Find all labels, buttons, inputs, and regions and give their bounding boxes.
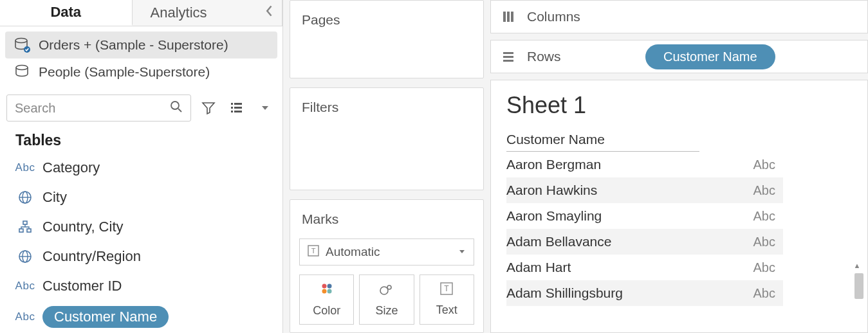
abc-mark: Abc	[753, 235, 775, 249]
view-list-icon[interactable]	[226, 97, 248, 119]
tab-analytics[interactable]: Analytics	[133, 0, 283, 26]
abc-mark: Abc	[753, 260, 775, 275]
svg-point-22	[322, 284, 326, 289]
row-value: Adam Shillingsburg	[506, 285, 623, 301]
marks-color-label: Color	[313, 304, 340, 318]
svg-rect-31	[507, 12, 510, 22]
marks-label: Marks	[290, 200, 483, 239]
fields-list: Abc Category City Country, City Country	[0, 153, 282, 333]
rows-pill-customer-name[interactable]: Customer Name	[645, 44, 775, 69]
marks-color[interactable]: Color	[299, 274, 354, 325]
marks-text[interactable]: T Text	[420, 274, 474, 325]
filters-card[interactable]: Filters	[290, 87, 484, 190]
table-column-header: Customer Name	[506, 129, 699, 152]
columns-label: Columns	[527, 9, 636, 24]
marks-card: Marks T Automatic	[290, 199, 484, 333]
size-icon	[379, 282, 394, 299]
scrollbar-thumb[interactable]	[854, 273, 863, 299]
svg-rect-16	[27, 229, 31, 232]
table-row[interactable]: Aaron Hawkins Abc	[506, 177, 783, 203]
table-row[interactable]: Adam Hart Abc	[506, 255, 783, 280]
abc-mark: Abc	[753, 286, 775, 301]
abc-mark: Abc	[753, 209, 775, 224]
globe-icon	[15, 190, 35, 204]
globe-icon	[15, 249, 35, 264]
svg-rect-14	[23, 221, 27, 224]
filters-label: Filters	[290, 88, 483, 127]
field-label: Country, City	[42, 217, 124, 237]
text-icon: T	[440, 282, 453, 298]
database-icon	[14, 64, 31, 80]
field-label: Category	[42, 158, 100, 177]
svg-point-24	[322, 289, 326, 294]
svg-rect-5	[231, 103, 233, 105]
svg-rect-30	[503, 12, 506, 22]
sheet-title: Sheet 1	[506, 92, 867, 119]
rows-icon	[501, 50, 518, 64]
field-category[interactable]: Abc Category	[0, 153, 275, 183]
cards-column: Pages Filters Marks T Automatic	[283, 0, 490, 333]
filter-icon[interactable]	[198, 97, 219, 119]
search-input[interactable]: Search	[6, 94, 191, 122]
marks-text-label: Text	[436, 303, 457, 317]
hierarchy-icon	[15, 220, 35, 234]
color-icon	[320, 282, 334, 299]
table-row[interactable]: Aaron Bergman Abc	[506, 152, 783, 177]
datasource-list: Orders + (Sample - Superstore) People (S…	[0, 26, 282, 91]
scroll-up-icon[interactable]: ▲	[852, 260, 862, 271]
tab-analytics-label: Analytics	[151, 4, 207, 21]
columns-icon	[501, 10, 518, 24]
pages-card[interactable]: Pages	[290, 0, 484, 78]
marks-size[interactable]: Size	[359, 274, 414, 325]
datasource-people[interactable]: People (Sample-Superstore)	[0, 59, 282, 86]
tab-data-label: Data	[50, 4, 81, 21]
field-city[interactable]: City	[0, 183, 275, 212]
svg-rect-9	[231, 111, 233, 113]
svg-text:T: T	[311, 247, 316, 255]
svg-point-25	[327, 289, 331, 294]
text-mark-icon: T	[308, 245, 319, 260]
abc-mark: Abc	[753, 183, 775, 198]
rows-shelf[interactable]: Rows Customer Name	[490, 40, 868, 73]
table-row[interactable]: Adam Bellavance Abc	[506, 229, 783, 255]
data-pane: Data Analytics Orders +	[0, 0, 283, 333]
table-row[interactable]: Aaron Smayling Abc	[506, 203, 783, 229]
svg-text:T: T	[445, 284, 450, 293]
abc-icon: Abc	[15, 280, 35, 292]
svg-rect-35	[503, 60, 513, 62]
field-country-region[interactable]: Country/Region	[0, 242, 275, 271]
row-value: Aaron Smayling	[506, 208, 602, 224]
svg-point-3	[171, 102, 179, 109]
abc-icon: Abc	[15, 310, 35, 323]
svg-point-23	[327, 284, 331, 289]
abc-icon: Abc	[15, 161, 35, 174]
field-customer-id[interactable]: Abc Customer ID	[0, 271, 275, 301]
pages-label: Pages	[290, 1, 483, 39]
field-customer-name[interactable]: Abc Customer Name	[0, 301, 275, 333]
sidebar-tabs: Data Analytics	[0, 0, 282, 26]
tab-data[interactable]: Data	[0, 0, 133, 26]
row-value: Aaron Bergman	[506, 157, 601, 172]
search-row: Search	[0, 91, 282, 125]
dropdown-caret-icon[interactable]	[254, 97, 276, 119]
datasource-orders[interactable]: Orders + (Sample - Superstore)	[5, 32, 277, 59]
svg-rect-33	[503, 52, 513, 54]
row-value: Aaron Hawkins	[506, 183, 597, 198]
svg-line-4	[178, 109, 181, 112]
field-label: City	[42, 188, 67, 207]
datasource-label: Orders + (Sample - Superstore)	[39, 37, 228, 53]
table-row[interactable]: Adam Shillingsburg Abc	[506, 280, 783, 306]
marks-grid: Color Size T Text	[299, 274, 474, 325]
svg-rect-10	[234, 111, 242, 113]
sheet-view: Sheet 1 Customer Name Aaron Bergman Abc …	[490, 80, 868, 333]
field-country-city[interactable]: Country, City	[0, 212, 275, 242]
columns-shelf[interactable]: Columns	[490, 0, 868, 33]
chevron-left-icon	[265, 4, 274, 21]
dropdown-caret-icon	[458, 245, 466, 259]
worksheet-area: Columns Rows Customer Name Sheet 1 Custo…	[490, 0, 868, 333]
marks-type-select[interactable]: T Automatic	[299, 239, 474, 266]
row-value: Adam Hart	[506, 260, 571, 275]
svg-rect-7	[231, 107, 233, 109]
svg-point-2	[16, 66, 28, 70]
svg-rect-8	[234, 107, 242, 109]
